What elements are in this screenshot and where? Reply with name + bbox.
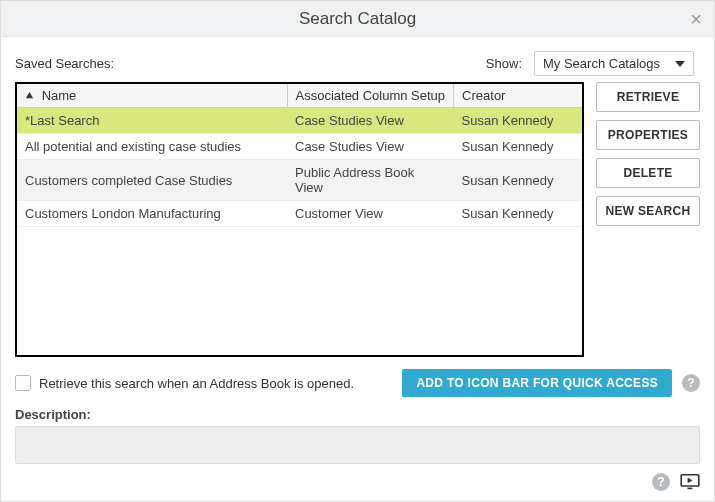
delete-button[interactable]: DELETE (596, 158, 700, 188)
properties-button[interactable]: PROPERTIES (596, 120, 700, 150)
table-row[interactable]: Customers completed Case Studies Public … (17, 160, 582, 201)
cell-creator: Susan Kennedy (454, 134, 582, 160)
video-tutorial-icon[interactable] (680, 474, 700, 490)
description-label: Description: (15, 407, 700, 422)
svg-marker-3 (688, 478, 693, 484)
dialog-search-catalog: Search Catalog × Saved Searches: Show: M… (0, 0, 715, 502)
col-creator-label: Creator (462, 88, 505, 103)
below-table-row: Retrieve this search when an Address Boo… (15, 369, 700, 397)
cell-name: Customers completed Case Studies (17, 160, 287, 201)
cell-creator: Susan Kennedy (454, 201, 582, 227)
table-body: *Last Search Case Studies View Susan Ken… (17, 108, 582, 227)
cell-creator: Susan Kennedy (454, 108, 582, 134)
svg-marker-0 (675, 61, 685, 67)
retrieve-button[interactable]: RETRIEVE (596, 82, 700, 112)
col-assoc-label: Associated Column Setup (296, 88, 446, 103)
action-buttons: RETRIEVE PROPERTIES DELETE NEW SEARCH (596, 82, 700, 357)
content: Saved Searches: Show: My Search Catalogs (1, 37, 714, 472)
retrieve-on-open-label: Retrieve this search when an Address Boo… (39, 376, 354, 391)
saved-searches-table[interactable]: Name Associated Column Setup Creator *La… (15, 82, 584, 357)
retrieve-on-open-checkbox[interactable] (15, 375, 31, 391)
cell-creator: Susan Kennedy (454, 160, 582, 201)
sort-asc-icon (25, 88, 34, 103)
table-row[interactable]: All potential and existing case studies … (17, 134, 582, 160)
add-to-icon-bar-button[interactable]: ADD TO ICON BAR FOR QUICK ACCESS (402, 369, 672, 397)
show-wrap: Show: My Search Catalogs (486, 51, 694, 76)
table-row[interactable]: Customers London Manufacturing Customer … (17, 201, 582, 227)
titlebar: Search Catalog × (1, 1, 714, 37)
cell-assoc: Case Studies View (287, 134, 454, 160)
bottom-icons: ? (642, 473, 700, 491)
main: Name Associated Column Setup Creator *La… (15, 82, 700, 357)
show-label: Show: (486, 56, 522, 71)
col-assoc[interactable]: Associated Column Setup (287, 84, 454, 108)
cell-assoc: Case Studies View (287, 108, 454, 134)
col-creator[interactable]: Creator (454, 84, 582, 108)
description-box (15, 426, 700, 464)
cell-name: *Last Search (17, 108, 287, 134)
show-dropdown[interactable]: My Search Catalogs (534, 51, 694, 76)
chevron-down-icon (675, 59, 685, 69)
saved-searches-label: Saved Searches: (15, 56, 114, 71)
help-icon[interactable]: ? (682, 374, 700, 392)
close-icon[interactable]: × (690, 1, 702, 37)
cell-assoc: Customer View (287, 201, 454, 227)
show-dropdown-value: My Search Catalogs (543, 56, 660, 71)
help-icon[interactable]: ? (652, 473, 670, 491)
svg-marker-1 (26, 92, 33, 98)
cell-assoc: Public Address Book View (287, 160, 454, 201)
dialog-title: Search Catalog (299, 9, 416, 28)
cell-name: Customers London Manufacturing (17, 201, 287, 227)
col-name[interactable]: Name (17, 84, 287, 108)
new-search-button[interactable]: NEW SEARCH (596, 196, 700, 226)
table-row[interactable]: *Last Search Case Studies View Susan Ken… (17, 108, 582, 134)
table-header-row: Name Associated Column Setup Creator (17, 84, 582, 108)
svg-rect-4 (688, 488, 693, 490)
cell-name: All potential and existing case studies (17, 134, 287, 160)
top-row: Saved Searches: Show: My Search Catalogs (15, 51, 700, 76)
table: Name Associated Column Setup Creator *La… (17, 84, 582, 227)
col-name-label: Name (42, 88, 77, 103)
